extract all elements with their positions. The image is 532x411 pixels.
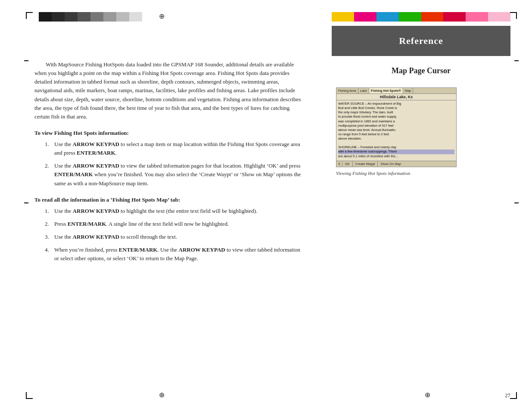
body-paragraph: With MapSource Fishing HotSpots data loa… bbox=[34, 60, 302, 121]
tick-left-mid bbox=[24, 202, 28, 203]
bold-enter-mark-1: ENTER/MARK bbox=[77, 149, 115, 156]
tick-left-top bbox=[24, 60, 28, 61]
bold-enter-mark-4: ENTER/MARK bbox=[119, 246, 158, 253]
tab-fishing-area: Fishing Area bbox=[336, 88, 358, 93]
bar-seg-7 bbox=[116, 12, 129, 22]
gps-line-5: was completed in 1982 and maintains a bbox=[338, 119, 454, 124]
gps-create-waypt-btn: Create Waypt bbox=[353, 161, 378, 167]
list-item-s2-4: 4. When you’re finished, press ENTER/MAR… bbox=[45, 246, 302, 263]
gps-line-10 bbox=[338, 141, 454, 145]
gps-screen-container: Fishing Area Lake Fishing Hot Spots® Map… bbox=[336, 87, 506, 176]
gps-line-1: WATER SOURCE – An impoundment of Big bbox=[338, 102, 454, 106]
page-container: ⊕ With MapSource Fishing HotSpots data l… bbox=[0, 0, 532, 411]
right-tick-top bbox=[514, 60, 519, 61]
rbar-6 bbox=[443, 12, 466, 22]
bold-enter-mark-3: ENTER/MARK bbox=[68, 221, 106, 227]
gps-scroll: S bbox=[336, 162, 342, 166]
rbar-2 bbox=[354, 12, 376, 22]
gps-line-2: Bull and Little Bull Creeks. Rook Creek … bbox=[338, 106, 454, 110]
rbar-4 bbox=[399, 12, 421, 22]
bar-seg-4 bbox=[78, 12, 90, 22]
list-item-1: 1. Use the ARROW KEYPAD to select a map … bbox=[45, 140, 302, 157]
reference-header-box: Reference bbox=[332, 26, 510, 56]
right-column: Reference Map Page Cursor Fishing Area L… bbox=[323, 0, 532, 411]
gps-line-13: are about 5.1 miles of shoreline with th… bbox=[338, 154, 454, 159]
section2-header: To read all the information in a ‘Fishin… bbox=[34, 196, 302, 203]
right-tick-mid bbox=[514, 202, 519, 203]
gps-show-map-btn: Show On Map bbox=[378, 161, 404, 167]
bar-seg-1 bbox=[39, 12, 52, 22]
rbar-8 bbox=[488, 12, 510, 22]
gps-caption: Viewing Fishing Hot Spots information bbox=[336, 171, 506, 176]
list-item-s2-3: 3. Use the ARROW KEYPAD to scroll throug… bbox=[45, 233, 302, 241]
list-item-s2-2: 2. Press ENTER/MARK. A single line of th… bbox=[45, 220, 302, 228]
section1-header: To view Fishing Hot Spots information: bbox=[34, 130, 302, 137]
bold-arrow-keypad-1: ARROW KEYPAD bbox=[73, 141, 119, 147]
section1-list: 1. Use the ARROW KEYPAD to select a map … bbox=[34, 140, 302, 188]
gps-line-3: the only major tributary. The dam, built bbox=[338, 110, 454, 115]
gps-bottom-bar: S OK Create Waypt Show On Map bbox=[336, 161, 456, 167]
bold-arrow-keypad-4: ARROW KEYPAD bbox=[73, 234, 119, 240]
corner-tl bbox=[26, 12, 33, 19]
left-column: ⊕ With MapSource Fishing HotSpots data l… bbox=[0, 0, 323, 411]
top-color-bar-right bbox=[332, 12, 510, 22]
top-color-bar-left bbox=[39, 12, 142, 22]
rbar-1 bbox=[332, 12, 354, 22]
map-page-cursor-title: Map Page Cursor bbox=[332, 66, 510, 75]
corner-tr bbox=[510, 12, 517, 19]
page-number: 27 bbox=[505, 392, 510, 399]
rbar-7 bbox=[466, 12, 488, 22]
bar-seg-8 bbox=[129, 12, 142, 22]
gps-line-6: multipurpose pool elevation of 917 feet bbox=[338, 124, 454, 128]
tab-map: Map bbox=[403, 88, 414, 93]
bold-enter-mark-2: ENTER/MARK bbox=[54, 171, 93, 177]
list-item-s2-1: 1. Use the ARROW KEYPAD to highlight the… bbox=[45, 207, 302, 215]
list-item-2: 2. Use the ARROW KEYPAD to view the tabb… bbox=[45, 162, 302, 187]
bottom-crosshair-left: ⊕ bbox=[159, 391, 165, 399]
gps-line-11: SHORELINE – Forested and mainly clay bbox=[338, 145, 454, 149]
gps-line-9: above elevation. bbox=[338, 137, 454, 141]
gps-tabs: Fishing Area Lake Fishing Hot Spots® Map bbox=[336, 88, 456, 94]
rbar-3 bbox=[376, 12, 399, 22]
bold-arrow-keypad-3: ARROW KEYPAD bbox=[73, 208, 119, 214]
rbar-5 bbox=[421, 12, 444, 22]
tab-hotspots: Fishing Hot Spots® bbox=[369, 88, 403, 93]
corner-br bbox=[510, 392, 517, 399]
gps-line-7: above mean sea level. Annual fluctuatio- bbox=[338, 128, 454, 132]
gps-screen: Fishing Area Lake Fishing Hot Spots® Map… bbox=[336, 87, 457, 167]
gps-content: WATER SOURCE – An impoundment of Big Bul… bbox=[336, 100, 456, 161]
corner-bl bbox=[26, 392, 33, 399]
bar-seg-3 bbox=[65, 12, 78, 22]
bar-seg-2 bbox=[52, 12, 65, 22]
gps-title: Hillsdale Lake, Ks bbox=[336, 94, 456, 100]
bold-arrow-keypad-5: ARROW KEYPAD bbox=[179, 246, 225, 253]
top-crosshair: ⊕ bbox=[159, 12, 165, 20]
gps-line-12: with a few limestone outcroppings. There bbox=[338, 149, 454, 154]
tab-lake: Lake bbox=[358, 88, 369, 93]
gps-line-8: ns range from 5 feet below to 2 feet bbox=[338, 132, 454, 137]
section2-list: 1. Use the ARROW KEYPAD to highlight the… bbox=[34, 207, 302, 263]
reference-title: Reference bbox=[399, 35, 443, 46]
gps-line-4: to provide flood control and water suppl… bbox=[338, 115, 454, 119]
bottom-crosshair-right: ⊕ bbox=[425, 391, 430, 399]
bar-seg-5 bbox=[90, 12, 103, 22]
bold-arrow-keypad-2: ARROW KEYPAD bbox=[73, 162, 119, 169]
gps-ok-btn: OK bbox=[342, 161, 353, 167]
bar-seg-6 bbox=[103, 12, 116, 22]
